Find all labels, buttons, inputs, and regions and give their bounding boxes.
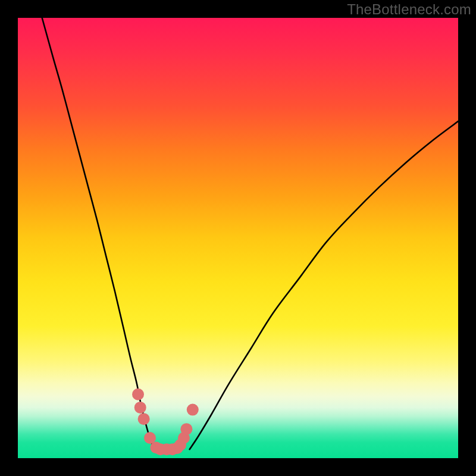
- data-marker: [187, 404, 199, 416]
- left-curve: [42, 18, 155, 449]
- plot-area: [18, 18, 458, 458]
- data-marker: [138, 413, 150, 425]
- marker-group: [132, 389, 199, 456]
- data-marker: [132, 389, 144, 400]
- chart-frame: TheBottleneck.com: [0, 0, 476, 476]
- right-curve: [190, 121, 458, 449]
- watermark-text: TheBottleneck.com: [347, 1, 471, 18]
- data-marker: [180, 423, 192, 435]
- data-marker: [134, 402, 146, 414]
- chart-svg: [18, 18, 458, 458]
